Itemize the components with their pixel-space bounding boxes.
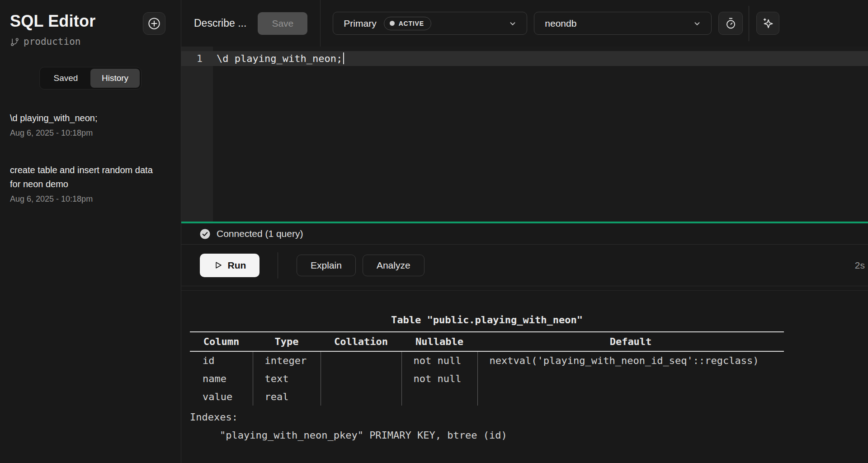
table-row: nametextnot null — [190, 369, 784, 387]
code-text[interactable]: \d playing_with_neon; — [213, 51, 344, 66]
history-item-title: create table and insert random data for … — [10, 163, 155, 191]
table-cell: real — [253, 387, 321, 406]
result-table-header-row: ColumnTypeCollationNullableDefault — [190, 332, 784, 351]
column-header: Column — [190, 332, 253, 351]
database-selector-value: neondb — [545, 18, 576, 29]
table-row: valuereal — [190, 387, 784, 406]
sidebar: SQL Editor production Saved History \d p… — [0, 0, 181, 463]
table-cell — [321, 351, 401, 369]
git-branch-icon — [10, 37, 19, 47]
column-header: Collation — [321, 332, 401, 351]
result-table: ColumnTypeCollationNullableDefault idint… — [190, 331, 784, 406]
tab-history[interactable]: History — [90, 69, 140, 88]
database-selector-dropdown[interactable]: neondb — [534, 12, 712, 35]
index-definition: "playing_with_neon_pkey" PRIMARY KEY, bt… — [190, 426, 868, 444]
table-cell — [321, 369, 401, 387]
column-header: Nullable — [401, 332, 477, 351]
branch-name: production — [24, 36, 80, 47]
actions-divider — [278, 252, 278, 279]
new-query-button[interactable] — [143, 12, 165, 35]
toolbar: Describe ... Save Primary ACTIVE neondb — [181, 0, 868, 47]
branch-indicator: production — [10, 36, 171, 47]
history-list: \d playing_with_neon; Aug 6, 2025 - 10:1… — [10, 111, 159, 204]
history-item[interactable]: create table and insert random data for … — [10, 163, 159, 204]
history-item-timestamp: Aug 6, 2025 - 10:18pm — [10, 128, 159, 138]
branch-selector-value: Primary — [344, 18, 376, 29]
branch-status-badge: ACTIVE — [384, 17, 431, 30]
app-window: SQL Editor production Saved History \d p… — [0, 0, 868, 463]
table-cell — [477, 387, 784, 406]
explain-button[interactable]: Explain — [297, 255, 356, 276]
table-cell — [401, 387, 477, 406]
query-title[interactable]: Describe ... — [194, 17, 246, 29]
column-header: Default — [477, 332, 784, 351]
stopwatch-icon — [725, 17, 737, 29]
table-cell — [477, 369, 784, 387]
table-cell: text — [253, 369, 321, 387]
chevron-down-icon — [508, 19, 518, 28]
table-cell: value — [190, 387, 253, 406]
table-cell — [321, 387, 401, 406]
results-panel: Table "public.playing_with_neon" ColumnT… — [181, 291, 868, 463]
sparkles-icon — [762, 17, 774, 29]
line-number-gutter — [181, 47, 213, 222]
toolbar-divider — [749, 6, 749, 41]
indexes-list: "playing_with_neon_pkey" PRIMARY KEY, bt… — [190, 426, 868, 444]
connection-status-text: Connected (1 query) — [217, 228, 303, 239]
text-cursor — [343, 52, 344, 64]
circle-plus-icon — [147, 17, 161, 30]
code-line: 1 \d playing_with_neon; — [181, 47, 868, 66]
history-item-title: \d playing_with_neon; — [10, 111, 155, 125]
table-cell: not null — [401, 369, 477, 387]
tab-saved[interactable]: Saved — [41, 69, 90, 88]
result-table-title: Table "public.playing_with_neon" — [190, 311, 784, 329]
history-item[interactable]: \d playing_with_neon; Aug 6, 2025 - 10:1… — [10, 111, 159, 138]
status-dot-icon — [390, 21, 395, 26]
analyze-button[interactable]: Analyze — [363, 255, 425, 276]
branch-selector-dropdown[interactable]: Primary ACTIVE — [333, 12, 527, 35]
query-duration: 2s — [855, 260, 865, 271]
query-history-button[interactable] — [718, 12, 743, 35]
status-bar: Connected (1 query) — [181, 223, 868, 245]
ai-assist-button[interactable] — [756, 12, 779, 35]
play-icon — [213, 260, 223, 270]
branch-status-text: ACTIVE — [399, 20, 424, 27]
history-item-timestamp: Aug 6, 2025 - 10:18pm — [10, 194, 159, 204]
table-cell: not null — [401, 351, 477, 369]
sql-editor[interactable]: 1 \d playing_with_neon; — [181, 47, 868, 222]
column-header: Type — [253, 332, 321, 351]
table-row: idintegernot nullnextval('playing_with_n… — [190, 351, 784, 369]
actions-bar: Run Explain Analyze 2s — [181, 245, 868, 286]
indexes-label: Indexes: — [190, 408, 868, 426]
saved-history-toggle: Saved History — [39, 67, 142, 90]
line-number: 1 — [181, 51, 213, 66]
check-circle-icon — [199, 228, 211, 240]
run-button[interactable]: Run — [200, 254, 259, 277]
table-cell: name — [190, 369, 253, 387]
save-button[interactable]: Save — [258, 12, 307, 35]
toolbar-divider — [320, 0, 321, 47]
table-cell: integer — [253, 351, 321, 369]
table-cell: nextval('playing_with_neon_id_seq'::regc… — [477, 351, 784, 369]
chevron-down-icon — [692, 19, 702, 28]
main-pane: Describe ... Save Primary ACTIVE neondb — [181, 0, 868, 463]
results-top-rule — [181, 286, 868, 291]
table-cell: id — [190, 351, 253, 369]
